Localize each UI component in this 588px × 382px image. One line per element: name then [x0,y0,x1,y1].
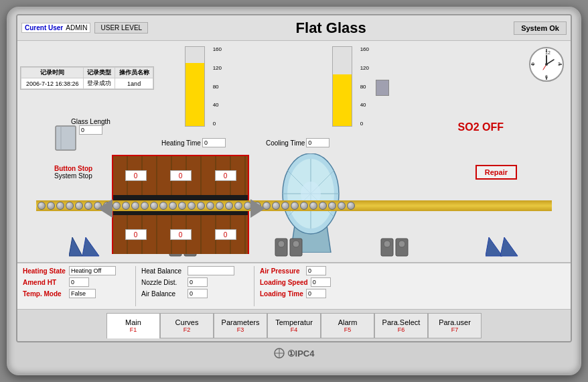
roller [169,202,177,210]
nozzle-dist-row: Nozzle Dist. [141,277,248,287]
gauge-left-bg [185,46,205,127]
roller [131,202,139,210]
cooling-time-control: Cooling Time [266,138,329,147]
heat-balance-label: Heat Balance [141,267,185,275]
nav-parameters[interactable]: Parameters F3 [214,313,267,338]
monitor: Curent User ADMIN USER LEVEL Flat Glass … [7,7,581,375]
air-pressure-input[interactable] [306,266,326,275]
roller [309,202,317,210]
svg-text:6: 6 [545,74,548,79]
user-level-button[interactable]: USER LEVEL [94,22,148,34]
nav-temperatur-label: Temperatur [275,318,313,326]
nav-para-select-label: Para.Select [382,318,421,326]
roller [141,202,149,210]
nav-main[interactable]: Main F1 [106,313,160,338]
arrow-right-icon [250,199,265,218]
log-col-operator: 操作员名称 [115,68,153,78]
nozzle-dist-input[interactable] [188,277,208,287]
status-col-3: Air Pressure Loading Speed Loading Time [260,266,367,306]
amend-ht-input[interactable] [69,277,89,287]
amend-ht-row: Amend HT [23,277,130,287]
left-support-svg [69,237,102,257]
heat-balance-row: Heat Balance [141,266,248,275]
log-col-time: 记录时间 [21,68,84,78]
nav-para-select[interactable]: Para.Select F6 [374,313,428,338]
user-block: Curent User ADMIN [21,23,90,33]
furnace-visualization: 0 0 0 0 0 0 [36,153,552,257]
loading-time-input[interactable] [306,289,326,298]
furnace-val-bot-2: 0 [170,229,192,240]
roller [122,202,130,210]
svg-marker-38 [500,237,518,256]
svg-marker-37 [486,237,502,256]
air-balance-row: Air Balance [141,289,248,298]
brand-icon [274,348,285,359]
divider-1 [135,266,136,306]
nav-main-label: Main [125,318,141,326]
temp-mode-label: Temp. Mode [23,290,66,298]
furnace-val-bot-3: 0 [215,229,236,240]
svg-text:9: 9 [532,62,534,66]
nav-para-user[interactable]: Para.user F7 [428,313,482,338]
current-user-label: Curent User [25,24,63,31]
heating-state-row: Heating State [23,266,130,275]
divider-2 [254,266,254,306]
roller [281,202,289,210]
nav-bar: Main F1 Curves F2 Parameters F3 Temperat… [17,309,571,341]
furnace-val-top-3: 0 [215,170,236,181]
clock: 12 3 6 9 [528,46,565,83]
temp-mode-row: Temp. Mode [23,289,130,298]
roller [206,202,214,210]
heating-state-input[interactable] [69,266,116,275]
pipe-right-svg [380,237,420,257]
glass-length-input[interactable] [79,125,102,135]
loading-time-label: Loading Time [260,290,303,298]
air-balance-input[interactable] [188,289,208,298]
roller [291,202,299,210]
nav-temperatur[interactable]: Temperatur F4 [267,313,321,338]
amend-ht-label: Amend HT [23,279,66,286]
svg-marker-23 [69,237,82,256]
so2-status: SO2 OFF [458,121,504,133]
gauge-left-fill [186,63,204,126]
roller [56,202,64,210]
heat-balance-input[interactable] [188,266,234,275]
nav-parameters-label: Parameters [222,318,260,326]
svg-point-32 [293,241,299,247]
status-panel: Heating State Amend HT Temp. Mode [17,262,571,309]
nav-alarm[interactable]: Alarm F5 [321,313,374,338]
roller [216,202,224,210]
svg-point-12 [545,63,548,66]
main-area: 记录时间 记录类型 操作员名称 2006-7-12 16:38:26 登录成功 … [17,41,571,309]
roller [159,202,167,210]
heating-state-label: Heating State [23,267,66,275]
system-ok-badge: System Ok [514,21,567,35]
nav-curves-sub: F2 [183,326,191,333]
left-gauge: 160 120 80 40 0 [178,46,215,133]
roller [347,202,355,210]
svg-text:12: 12 [545,50,550,55]
page-title: Flat Glass [152,19,510,37]
loading-speed-input[interactable] [311,277,331,287]
glass-length-label: Glass Length [71,118,111,125]
gauge-right-bg [332,46,352,127]
status-col-1: Heating State Amend HT Temp. Mode [23,266,130,306]
cooling-time-input[interactable] [306,138,329,147]
nav-alarm-sub: F5 [344,326,352,333]
nav-para-user-sub: F7 [451,326,459,333]
nav-curves[interactable]: Curves F2 [160,313,214,338]
heating-time-label: Heating Time [161,139,201,147]
roller [338,202,346,210]
roller [84,202,92,210]
furnace-val-top-1: 0 [125,170,147,181]
heating-time-input[interactable] [202,138,226,147]
roller [328,202,336,210]
log-row: 2006-7-12 16:38:26 登录成功 1and [21,78,153,89]
svg-point-31 [278,241,285,247]
status-col-2: Heat Balance Nozzle Dist. Air Balance [141,266,248,306]
log-type: 登录成功 [84,78,115,89]
conveyor-belt [36,200,552,211]
roller [150,202,158,210]
temp-mode-input[interactable] [69,289,96,298]
svg-marker-24 [82,237,99,256]
